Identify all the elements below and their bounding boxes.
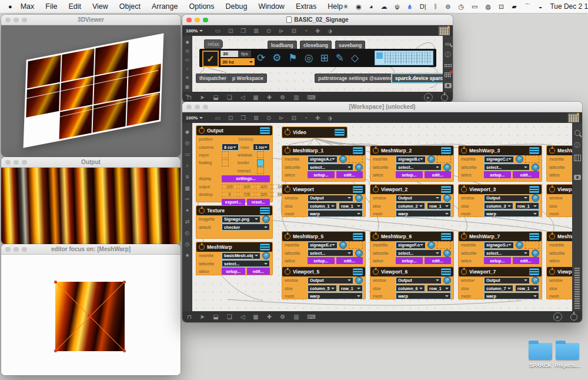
edit-button[interactable]: edit... xyxy=(336,257,363,264)
menu-icon[interactable] xyxy=(353,233,363,240)
window-select[interactable]: Output xyxy=(396,277,442,284)
folder-icon[interactable] xyxy=(556,343,579,360)
refresh-icon[interactable]: ⟳ xyxy=(532,194,539,202)
edit-button[interactable]: edit... xyxy=(513,257,540,264)
titlebar-workspace[interactable]: [Workspace] (unlocked) xyxy=(182,102,582,112)
module-header[interactable]: Viewport_8 xyxy=(547,267,572,276)
mesh-select[interactable]: warp xyxy=(396,210,451,217)
setup-button[interactable]: setup... xyxy=(484,257,511,264)
edit-button[interactable]: edit... xyxy=(336,171,363,178)
latticefile-select[interactable]: select... xyxy=(222,260,270,267)
module-header[interactable]: Texture xyxy=(196,206,272,215)
metro-tool-icon[interactable]: ◔ xyxy=(304,115,308,121)
latticefile-select[interactable]: select... xyxy=(308,164,353,171)
menu-item[interactable]: Debug xyxy=(226,2,248,11)
menu-icon[interactable] xyxy=(353,186,363,193)
edit-button[interactable]: edit... xyxy=(425,257,452,264)
edit-button[interactable]: edit... xyxy=(247,268,270,275)
meshfile-select[interactable]: signageE.obj xyxy=(308,242,338,249)
audio-palette-icon[interactable]: ◎ xyxy=(185,48,189,54)
refresh-icon[interactable]: ⟳ xyxy=(443,164,451,171)
output-coord-value[interactable]: 420 xyxy=(256,184,272,189)
latticefile-select[interactable]: select... xyxy=(308,249,353,256)
piano-icon[interactable]: ▥ xyxy=(293,94,299,101)
snapshot-camera-icon[interactable] xyxy=(574,175,581,180)
lock-icon[interactable]: ⊓ xyxy=(187,314,192,320)
warp-editor-view[interactable] xyxy=(1,255,181,375)
grid-snap-icon[interactable]: ▦ xyxy=(253,94,258,101)
attachment-palette-icon[interactable]: ✑ xyxy=(185,93,189,98)
window-select[interactable]: Output xyxy=(484,195,530,202)
warp-mesh[interactable] xyxy=(55,282,125,351)
refresh-icon[interactable]: ⟳ xyxy=(355,276,363,284)
patchcord-icon[interactable]: ✚ xyxy=(267,314,272,320)
refresh-icon[interactable]: ⟳ xyxy=(516,241,523,249)
module-header[interactable]: MeshWarp_6 xyxy=(370,232,453,241)
desktop-folder-projects[interactable]: Projects... xyxy=(550,343,584,368)
setup-button[interactable]: setup... xyxy=(222,268,245,275)
comment-tool-icon[interactable]: ❒ xyxy=(240,28,246,34)
play-tool-icon[interactable]: ⊳ xyxy=(279,28,283,34)
menu-item[interactable]: View xyxy=(92,2,108,11)
module-header[interactable]: Viewport_4 xyxy=(547,185,572,194)
meshfile-select[interactable]: basicMesh.obj xyxy=(222,252,260,259)
menu-item[interactable]: Edit xyxy=(68,2,81,11)
refresh-icon[interactable]: ⟳ xyxy=(532,249,539,257)
refresh-icon[interactable]: ⟳ xyxy=(355,164,363,171)
grid-overview-icon[interactable] xyxy=(439,26,450,35)
menu-item[interactable]: File xyxy=(45,2,57,11)
border-checkbox[interactable] xyxy=(257,159,264,166)
refresh-icon[interactable]: ⟳ xyxy=(339,155,347,163)
folder-icon[interactable] xyxy=(529,343,552,360)
refresh-icon[interactable]: ⟳ xyxy=(443,249,451,257)
patch-icon[interactable]: ⊞ xyxy=(320,52,329,64)
panel-tool-icon[interactable]: ▭ xyxy=(215,115,220,121)
menu-icon[interactable] xyxy=(353,147,363,154)
menu-item[interactable]: Object xyxy=(119,2,141,11)
object-palette-icon[interactable]: ◆ xyxy=(185,129,189,135)
refresh-icon[interactable]: ⟳ xyxy=(262,252,270,259)
power-button[interactable] xyxy=(441,94,448,101)
slider-knob[interactable] xyxy=(376,52,383,59)
refresh-icon[interactable]: ⟳ xyxy=(257,52,265,64)
button-tool-icon[interactable]: ⊡ xyxy=(228,115,233,121)
metro-tool-icon[interactable]: ◔ xyxy=(304,28,308,34)
grid-snap-icon[interactable]: ▦ xyxy=(253,314,258,320)
window-select[interactable]: Output xyxy=(484,277,530,284)
piano-icon[interactable]: ▥ xyxy=(293,314,299,320)
power-icon[interactable] xyxy=(285,148,290,154)
menu-clock[interactable]: Tue Dec 2 17:24 xyxy=(550,2,588,11)
character-multislider[interactable] xyxy=(375,51,433,65)
columns-select[interactable]: 8 cols xyxy=(222,144,239,151)
setup-button[interactable]: setup... xyxy=(396,171,423,178)
message-box-relax[interactable]: relax xyxy=(204,39,223,49)
meshfile-select[interactable]: signageA.obj xyxy=(308,156,338,163)
warp-handle[interactable] xyxy=(88,314,91,317)
row-select[interactable]: row_1 xyxy=(339,202,363,209)
row-select[interactable]: row_1 xyxy=(339,285,363,292)
refresh-icon[interactable]: ⟳ xyxy=(443,194,451,202)
warp-handle[interactable] xyxy=(54,349,57,352)
power-icon[interactable] xyxy=(285,186,290,192)
keyboard-switch-icon[interactable]: ▭ xyxy=(472,3,477,11)
module-header[interactable]: MeshWarp_7 xyxy=(459,232,542,241)
window-palette-icon[interactable]: ▭ xyxy=(185,151,190,157)
refresh-icon[interactable]: ⟳ xyxy=(427,241,435,249)
power-icon[interactable] xyxy=(199,244,205,250)
zoom-select[interactable]: 100% xyxy=(182,28,206,34)
docker-icon[interactable]: D| xyxy=(420,3,426,10)
titlebar-editor[interactable]: editor focus on: [MeshWarp] xyxy=(1,244,181,255)
module-header[interactable]: MeshWarp_4 xyxy=(547,146,572,155)
object-thispatcher[interactable]: thispatcher xyxy=(196,74,230,83)
interact-checkbox[interactable] xyxy=(257,167,264,174)
module-header[interactable]: MeshWarp_8 xyxy=(547,232,572,241)
menu-icon[interactable] xyxy=(529,233,539,240)
menu-icon[interactable] xyxy=(353,268,363,275)
power-icon[interactable] xyxy=(285,269,290,275)
refresh-icon[interactable]: ⟳ xyxy=(355,194,363,202)
reference-columns-icon[interactable] xyxy=(574,155,581,161)
menu-item[interactable]: Help xyxy=(328,2,343,11)
battery-icon[interactable]: ▰ xyxy=(512,3,516,11)
power-icon[interactable] xyxy=(549,234,555,239)
pencil-icon[interactable]: ✎ xyxy=(336,52,344,64)
